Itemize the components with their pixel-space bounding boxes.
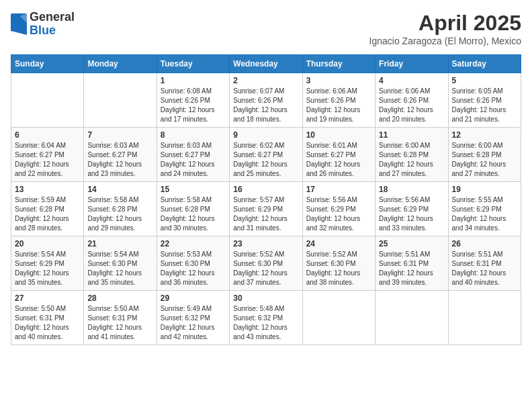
logo-blue: Blue	[30, 24, 75, 38]
day-number: 24	[306, 239, 371, 248]
calendar-cell: 10Sunrise: 6:01 AMSunset: 6:27 PMDayligh…	[302, 128, 375, 182]
weekday-header-monday: Monday	[84, 55, 157, 73]
day-info: Sunrise: 5:56 AMSunset: 6:29 PMDaylight:…	[306, 195, 371, 233]
day-number: 14	[87, 185, 152, 194]
calendar-cell: 28Sunrise: 5:50 AMSunset: 6:31 PMDayligh…	[84, 291, 157, 345]
day-number: 10	[306, 130, 371, 140]
calendar-cell	[84, 73, 157, 128]
logo-icon	[11, 13, 27, 35]
calendar-week-3: 13Sunrise: 5:59 AMSunset: 6:28 PMDayligh…	[11, 182, 521, 236]
calendar-cell: 6Sunrise: 6:04 AMSunset: 6:27 PMDaylight…	[11, 128, 84, 182]
calendar-cell: 9Sunrise: 6:02 AMSunset: 6:27 PMDaylight…	[230, 128, 302, 182]
weekday-header-friday: Friday	[375, 55, 448, 73]
day-info: Sunrise: 5:52 AMSunset: 6:30 PMDaylight:…	[233, 250, 298, 287]
weekday-header-row: SundayMondayTuesdayWednesdayThursdayFrid…	[11, 55, 521, 73]
calendar-week-1: 1Sunrise: 6:08 AMSunset: 6:26 PMDaylight…	[11, 73, 521, 128]
day-number: 19	[452, 185, 517, 194]
calendar-cell: 25Sunrise: 5:51 AMSunset: 6:31 PMDayligh…	[375, 236, 448, 291]
day-number: 17	[306, 185, 371, 194]
calendar-cell: 8Sunrise: 6:03 AMSunset: 6:27 PMDaylight…	[157, 128, 229, 182]
calendar-cell: 5Sunrise: 6:05 AMSunset: 6:26 PMDaylight…	[448, 73, 521, 128]
calendar-week-5: 27Sunrise: 5:50 AMSunset: 6:31 PMDayligh…	[11, 291, 521, 345]
day-info: Sunrise: 5:50 AMSunset: 6:31 PMDaylight:…	[15, 304, 80, 342]
day-number: 27	[15, 293, 80, 303]
day-info: Sunrise: 6:01 AMSunset: 6:27 PMDaylight:…	[306, 141, 371, 179]
calendar-cell: 22Sunrise: 5:53 AMSunset: 6:30 PMDayligh…	[157, 236, 229, 291]
day-info: Sunrise: 5:57 AMSunset: 6:29 PMDaylight:…	[233, 195, 298, 233]
day-info: Sunrise: 6:05 AMSunset: 6:26 PMDaylight:…	[452, 87, 517, 124]
day-info: Sunrise: 6:00 AMSunset: 6:28 PMDaylight:…	[452, 141, 517, 179]
calendar-cell: 19Sunrise: 5:55 AMSunset: 6:29 PMDayligh…	[448, 182, 521, 236]
location: Ignacio Zaragoza (El Morro), Mexico	[369, 36, 521, 46]
logo-text: General Blue	[30, 11, 75, 38]
calendar-cell: 13Sunrise: 5:59 AMSunset: 6:28 PMDayligh…	[11, 182, 84, 236]
page-header: General Blue April 2025 Ignacio Zaragoza…	[11, 11, 521, 46]
weekday-header-wednesday: Wednesday	[230, 55, 302, 73]
calendar-cell: 21Sunrise: 5:54 AMSunset: 6:30 PMDayligh…	[84, 236, 157, 291]
calendar-cell: 20Sunrise: 5:54 AMSunset: 6:29 PMDayligh…	[11, 236, 84, 291]
calendar-cell	[11, 73, 84, 128]
calendar-cell: 26Sunrise: 5:51 AMSunset: 6:31 PMDayligh…	[448, 236, 521, 291]
day-number: 22	[161, 239, 226, 248]
calendar-cell	[448, 291, 521, 345]
day-info: Sunrise: 6:04 AMSunset: 6:27 PMDaylight:…	[15, 141, 80, 179]
calendar-cell: 16Sunrise: 5:57 AMSunset: 6:29 PMDayligh…	[230, 182, 302, 236]
day-number: 28	[87, 293, 152, 303]
day-info: Sunrise: 6:03 AMSunset: 6:27 PMDaylight:…	[87, 141, 152, 179]
day-number: 18	[379, 185, 444, 194]
day-number: 5	[452, 76, 517, 85]
day-number: 21	[87, 239, 152, 248]
day-info: Sunrise: 5:58 AMSunset: 6:28 PMDaylight:…	[161, 195, 226, 233]
logo: General Blue	[11, 11, 75, 38]
day-info: Sunrise: 6:07 AMSunset: 6:26 PMDaylight:…	[233, 87, 298, 124]
calendar-cell: 18Sunrise: 5:56 AMSunset: 6:29 PMDayligh…	[375, 182, 448, 236]
day-info: Sunrise: 5:51 AMSunset: 6:31 PMDaylight:…	[452, 250, 517, 287]
day-info: Sunrise: 5:55 AMSunset: 6:29 PMDaylight:…	[452, 195, 517, 233]
calendar-cell: 1Sunrise: 6:08 AMSunset: 6:26 PMDaylight…	[157, 73, 229, 128]
calendar-cell: 30Sunrise: 5:48 AMSunset: 6:32 PMDayligh…	[230, 291, 302, 345]
day-info: Sunrise: 5:49 AMSunset: 6:32 PMDaylight:…	[161, 304, 226, 342]
day-number: 12	[452, 130, 517, 140]
day-info: Sunrise: 5:48 AMSunset: 6:32 PMDaylight:…	[233, 304, 298, 342]
day-info: Sunrise: 6:06 AMSunset: 6:26 PMDaylight:…	[306, 87, 371, 124]
day-info: Sunrise: 5:51 AMSunset: 6:31 PMDaylight:…	[379, 250, 444, 287]
day-number: 20	[15, 239, 80, 248]
day-info: Sunrise: 5:58 AMSunset: 6:28 PMDaylight:…	[87, 195, 152, 233]
day-number: 30	[233, 293, 298, 303]
calendar-cell: 29Sunrise: 5:49 AMSunset: 6:32 PMDayligh…	[157, 291, 229, 345]
day-info: Sunrise: 6:03 AMSunset: 6:27 PMDaylight:…	[161, 141, 226, 179]
day-number: 9	[233, 130, 298, 140]
day-number: 7	[87, 130, 152, 140]
day-info: Sunrise: 6:06 AMSunset: 6:26 PMDaylight:…	[379, 87, 444, 124]
weekday-header-thursday: Thursday	[302, 55, 375, 73]
day-info: Sunrise: 5:50 AMSunset: 6:31 PMDaylight:…	[87, 304, 152, 342]
day-number: 4	[379, 76, 444, 85]
calendar-week-2: 6Sunrise: 6:04 AMSunset: 6:27 PMDaylight…	[11, 128, 521, 182]
day-number: 16	[233, 185, 298, 194]
day-number: 25	[379, 239, 444, 248]
calendar-cell: 7Sunrise: 6:03 AMSunset: 6:27 PMDaylight…	[84, 128, 157, 182]
day-number: 8	[161, 130, 226, 140]
svg-marker-1	[11, 26, 27, 35]
calendar-cell: 17Sunrise: 5:56 AMSunset: 6:29 PMDayligh…	[302, 182, 375, 236]
calendar-cell: 24Sunrise: 5:52 AMSunset: 6:30 PMDayligh…	[302, 236, 375, 291]
calendar-cell: 14Sunrise: 5:58 AMSunset: 6:28 PMDayligh…	[84, 182, 157, 236]
day-info: Sunrise: 5:59 AMSunset: 6:28 PMDaylight:…	[15, 195, 80, 233]
calendar-cell: 4Sunrise: 6:06 AMSunset: 6:26 PMDaylight…	[375, 73, 448, 128]
day-info: Sunrise: 5:54 AMSunset: 6:29 PMDaylight:…	[15, 250, 80, 287]
day-number: 2	[233, 76, 298, 85]
calendar-cell: 11Sunrise: 6:00 AMSunset: 6:28 PMDayligh…	[375, 128, 448, 182]
weekday-header-saturday: Saturday	[448, 55, 521, 73]
logo-general: General	[30, 11, 75, 24]
calendar-cell	[302, 291, 375, 345]
day-info: Sunrise: 5:53 AMSunset: 6:30 PMDaylight:…	[161, 250, 226, 287]
calendar-cell: 23Sunrise: 5:52 AMSunset: 6:30 PMDayligh…	[230, 236, 302, 291]
day-number: 15	[161, 185, 226, 194]
day-number: 11	[379, 130, 444, 140]
calendar-cell	[375, 291, 448, 345]
weekday-header-tuesday: Tuesday	[157, 55, 229, 73]
day-info: Sunrise: 5:54 AMSunset: 6:30 PMDaylight:…	[87, 250, 152, 287]
day-info: Sunrise: 5:52 AMSunset: 6:30 PMDaylight:…	[306, 250, 371, 287]
day-info: Sunrise: 6:02 AMSunset: 6:27 PMDaylight:…	[233, 141, 298, 179]
calendar-cell: 15Sunrise: 5:58 AMSunset: 6:28 PMDayligh…	[157, 182, 229, 236]
